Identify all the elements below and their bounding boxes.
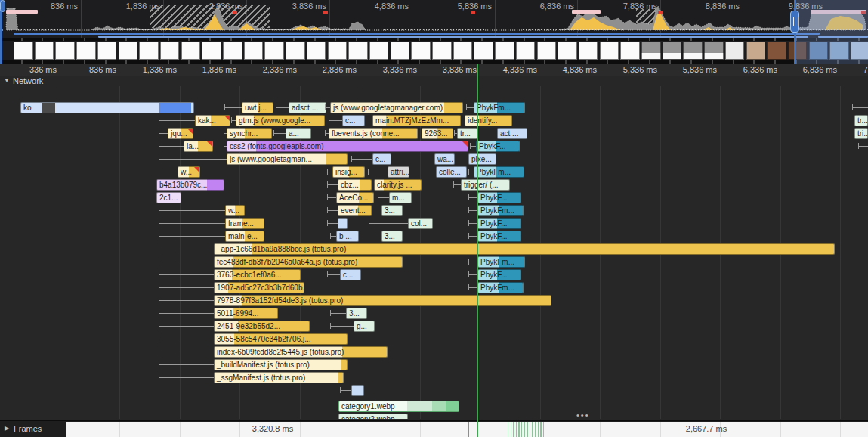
network-request-bar[interactable]: category2.webp <box>338 414 408 419</box>
network-request-bar[interactable]: 2451-9e32b55d2... <box>214 321 310 332</box>
network-request-bar[interactable]: b ... <box>336 231 359 242</box>
network-request-bar[interactable]: category1.webp <box>338 401 459 412</box>
network-request-bar[interactable]: c... <box>342 115 365 126</box>
network-request-bar[interactable]: _ssgManifest.js (totus.pro) <box>214 372 344 383</box>
filmstrip-frame[interactable] <box>97 42 117 60</box>
network-request-bar[interactable]: m... <box>389 192 412 203</box>
network-request-bar[interactable]: PbykF... <box>477 192 521 203</box>
filmstrip-frame[interactable] <box>307 42 326 60</box>
filmstrip-frame[interactable] <box>725 42 745 60</box>
network-request-bar[interactable]: wa... <box>434 153 455 165</box>
network-request-bar[interactable]: 9263... <box>422 128 453 139</box>
network-request-bar[interactable] <box>338 218 348 229</box>
network-request-bar[interactable]: 7978-897f3a152fd54de3.js (totus.pro) <box>214 295 551 306</box>
filmstrip-frame[interactable] <box>181 42 201 60</box>
network-request-bar[interactable]: PbykF... <box>477 231 521 242</box>
network-request-bar[interactable]: c... <box>372 153 391 165</box>
filmstrip-frame[interactable] <box>474 42 493 60</box>
network-request-bar[interactable]: attri... <box>388 166 409 178</box>
network-request-bar[interactable]: 3... <box>381 205 403 216</box>
network-request-bar[interactable]: c... <box>340 269 361 280</box>
network-request-bar[interactable]: PbykF... <box>477 269 521 280</box>
network-request-bar[interactable]: 3763-ecbc1ef0a6... <box>214 269 301 280</box>
frames-track[interactable]: ▶ Frames 3,320.8 ms2,667.7 ms <box>0 420 868 437</box>
filmstrip-frame[interactable] <box>432 42 452 60</box>
filmstrip-frame[interactable] <box>55 42 75 60</box>
network-request-bar[interactable]: event... <box>338 205 372 216</box>
network-request-bar[interactable]: uwt.j... <box>242 102 273 113</box>
network-request-bar[interactable] <box>351 385 364 396</box>
filmstrip-frame[interactable] <box>14 42 33 60</box>
filmstrip-frame[interactable] <box>369 42 389 60</box>
filmstrip-frame[interactable] <box>411 42 431 60</box>
network-request-bar[interactable]: synchr... <box>227 128 272 139</box>
network-request-bar[interactable]: main-e... <box>225 231 264 242</box>
filmstrip-frame[interactable] <box>76 42 96 60</box>
network-request-bar[interactable]: colle... <box>436 166 467 178</box>
more-requests-indicator[interactable]: ••• <box>576 411 590 420</box>
network-request-bar[interactable]: 3... <box>346 308 367 319</box>
filmstrip-frame[interactable] <box>244 42 264 60</box>
network-request-bar[interactable]: g... <box>354 321 375 332</box>
network-request-bar[interactable]: kak... <box>195 115 230 126</box>
network-request-bar[interactable]: a... <box>286 128 311 139</box>
filmstrip-frame[interactable] <box>663 42 682 60</box>
network-request-bar[interactable]: tr... <box>457 128 477 139</box>
network-request-bar[interactable]: b4a13b079c... <box>156 179 224 191</box>
left-handle-grip[interactable] <box>0 0 5 12</box>
network-request-bar[interactable]: main.MTZjMzEzMm... <box>372 115 461 126</box>
filmstrip-frame[interactable] <box>683 42 703 60</box>
network-request-bar[interactable]: fbevents.js (conne... <box>329 128 418 139</box>
filmstrip-frame[interactable] <box>579 42 598 60</box>
network-request-bar[interactable]: js (www.googletagman... <box>227 153 348 165</box>
timeline-overview[interactable]: 836 ms1,836 ms2,836 ms3,836 ms4,836 ms5,… <box>0 0 868 64</box>
network-request-bar[interactable]: _buildManifest.js (totus.pro) <box>214 359 348 370</box>
network-request-bar[interactable]: ko <box>20 102 194 113</box>
network-request-bar[interactable]: PbykFm... <box>474 166 524 178</box>
filmstrip-frame[interactable] <box>35 42 54 60</box>
network-request-bar[interactable]: _app-1c66d1ba9a888bcc.js (totus.pro) <box>214 243 835 255</box>
filmstrip-frame[interactable] <box>620 42 640 60</box>
filmstrip-frame[interactable] <box>746 42 766 60</box>
network-request-bar[interactable]: w... <box>225 205 245 216</box>
filmstrip-frame[interactable] <box>391 42 410 60</box>
filmstrip-frame[interactable] <box>119 42 138 60</box>
network-request-bar[interactable]: PbykFm... <box>474 102 525 113</box>
network-request-bar[interactable]: cbz... <box>338 179 372 191</box>
filmstrip-frame[interactable] <box>600 42 619 60</box>
filmstrip-frame[interactable] <box>516 42 536 60</box>
network-request-bar[interactable]: identify... <box>465 115 512 126</box>
network-request-bar[interactable]: 5011-6994... <box>214 308 278 319</box>
network-request-bar[interactable]: 3... <box>381 231 403 242</box>
network-request-bar[interactable]: 1907-ad5c27c3b3b7d60b.js (tot... <box>214 282 304 293</box>
network-request-bar[interactable]: pixe... <box>468 153 496 165</box>
right-handle-grip[interactable] <box>790 11 799 33</box>
filmstrip-frame[interactable] <box>160 42 180 60</box>
network-request-bar[interactable]: 2c1... <box>156 192 181 203</box>
network-request-bar[interactable]: 3055-58c5470e34b2f706.j... <box>214 333 348 345</box>
network-track-header[interactable]: ▼ Network <box>0 76 868 86</box>
network-request-bar[interactable]: clarity.js ... <box>374 179 422 191</box>
filmstrip-frame[interactable] <box>453 42 473 60</box>
filmstrip-frame[interactable] <box>286 42 305 60</box>
network-request-bar[interactable]: insig... <box>332 166 365 178</box>
network-request-bar[interactable]: col... <box>408 218 433 229</box>
collapse-triangle-icon[interactable]: ▼ <box>4 77 10 84</box>
filmstrip-frame[interactable] <box>328 42 348 60</box>
network-request-bar[interactable]: w... <box>178 166 200 178</box>
network-request-bar[interactable]: PbykFm... <box>477 282 524 293</box>
expand-triangle-icon[interactable]: ▶ <box>5 425 9 432</box>
network-request-bar[interactable]: index-6b09fcdd8e2f5445.js (totus.pro) <box>214 346 388 358</box>
network-request-bar[interactable]: trigger/ (... <box>461 179 510 191</box>
network-request-bar[interactable]: css2 (fonts.googleapis.com) <box>227 141 468 152</box>
filmstrip-frame[interactable] <box>495 42 514 60</box>
network-request-bar[interactable]: js (www.googletagmanager.com) <box>330 102 463 113</box>
network-request-bar[interactable]: PbykF... <box>476 141 520 152</box>
filmstrip-frame[interactable] <box>704 42 724 60</box>
filmstrip-frame[interactable] <box>223 42 242 60</box>
network-request-bar[interactable]: ia... <box>184 141 213 152</box>
network-request-bar[interactable]: tri... <box>854 128 868 139</box>
filmstrip-frame[interactable] <box>264 42 284 60</box>
network-request-bar[interactable]: tr... <box>854 115 868 126</box>
network-request-bar[interactable]: fec483df-db3f7b2046a0a64a.js (totus.pro) <box>214 256 403 268</box>
